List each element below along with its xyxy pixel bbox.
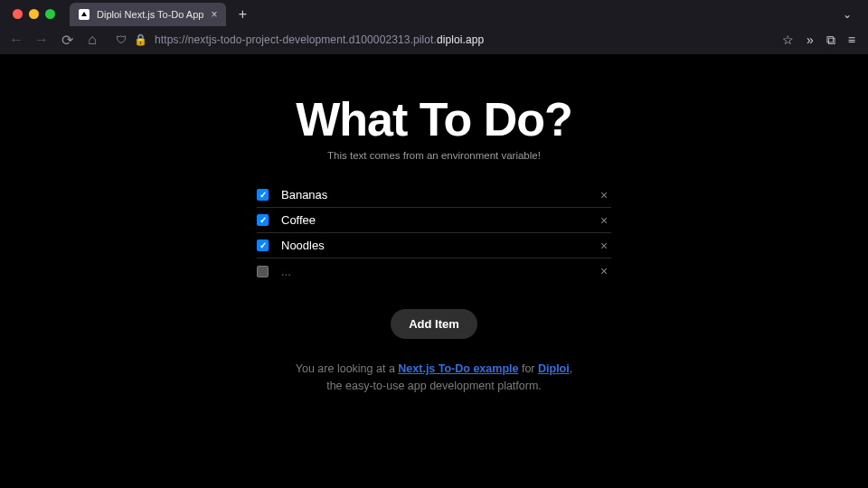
- extensions-icon[interactable]: ⧉: [826, 33, 835, 48]
- diploi-link[interactable]: Diploi: [538, 362, 570, 375]
- item-label[interactable]: Noodles: [281, 239, 584, 252]
- tab-bar: Diploi Next.js To-Do App × + ⌄: [0, 0, 868, 25]
- browser-tab[interactable]: Diploi Next.js To-Do App ×: [70, 3, 226, 26]
- delete-item-icon[interactable]: ×: [597, 188, 611, 202]
- delete-item-icon[interactable]: ×: [597, 239, 611, 253]
- list-item: Bananas ×: [257, 183, 611, 208]
- example-link[interactable]: Next.js To-Do example: [398, 362, 518, 375]
- hamburger-menu-icon[interactable]: ≡: [848, 33, 855, 47]
- forward-icon[interactable]: →: [34, 32, 49, 48]
- close-tab-icon[interactable]: ×: [211, 9, 217, 20]
- checkbox[interactable]: [257, 239, 269, 251]
- home-icon[interactable]: ⌂: [85, 32, 99, 48]
- checkbox[interactable]: [257, 214, 269, 226]
- close-window-icon[interactable]: [13, 9, 23, 19]
- delete-item-icon[interactable]: ×: [597, 264, 611, 278]
- new-item-input[interactable]: [281, 265, 584, 278]
- lock-icon: 🔒: [134, 33, 147, 46]
- page-subtitle: This text comes from an environment vari…: [327, 150, 541, 161]
- list-item: Coffee ×: [257, 208, 611, 233]
- tab-favicon-icon: [79, 9, 90, 20]
- tabs-dropdown-icon[interactable]: ⌄: [843, 8, 852, 21]
- zoom-window-icon[interactable]: [45, 9, 55, 19]
- page-title: What To Do?: [296, 92, 572, 146]
- list-item: Noodles ×: [257, 233, 611, 258]
- checkbox[interactable]: [257, 266, 269, 277]
- back-icon[interactable]: ←: [9, 32, 24, 48]
- browser-chrome: Diploi Next.js To-Do App × + ⌄ ← → ⟳ ⌂ 🛡…: [0, 0, 868, 54]
- item-label[interactable]: Bananas: [281, 188, 584, 202]
- minimize-window-icon[interactable]: [29, 9, 39, 19]
- window-controls: [13, 9, 55, 19]
- todo-list: Bananas × Coffee × Noodles × ×: [257, 183, 611, 284]
- delete-item-icon[interactable]: ×: [597, 213, 611, 228]
- add-item-button[interactable]: Add Item: [391, 309, 477, 339]
- footer-text: You are looking at a Next.js To-Do examp…: [296, 361, 572, 395]
- bookmark-icon[interactable]: ☆: [782, 33, 794, 47]
- tab-title: Diploi Next.js To-Do App: [97, 9, 203, 20]
- checkbox[interactable]: [257, 189, 269, 201]
- overflow-icon[interactable]: »: [807, 33, 814, 47]
- url-field[interactable]: 🛡 🔒 https://nextjs-todo-project-developm…: [110, 29, 771, 51]
- item-label[interactable]: Coffee: [281, 213, 584, 227]
- address-bar: ← → ⟳ ⌂ 🛡 🔒 https://nextjs-todo-project-…: [0, 25, 868, 54]
- new-item-row: ×: [257, 258, 611, 284]
- reload-icon[interactable]: ⟳: [60, 32, 74, 49]
- new-tab-button[interactable]: +: [231, 6, 253, 23]
- shield-icon: 🛡: [116, 33, 127, 46]
- page-content: What To Do? This text comes from an envi…: [0, 54, 868, 488]
- url-text: https://nextjs-todo-project-development.…: [155, 33, 484, 46]
